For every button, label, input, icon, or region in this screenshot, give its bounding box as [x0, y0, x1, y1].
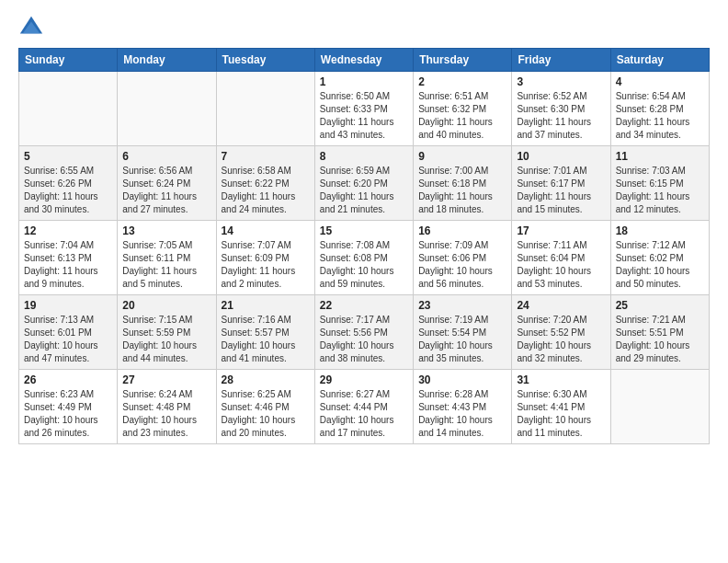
weekday-header-friday: Friday [512, 49, 610, 72]
day-number: 8 [320, 150, 408, 163]
calendar-day-26: 26Sunrise: 6:23 AM Sunset: 4:49 PM Dayli… [19, 370, 118, 444]
calendar-day-4: 4Sunrise: 6:54 AM Sunset: 6:28 PM Daylig… [610, 72, 709, 146]
calendar-day-25: 25Sunrise: 7:21 AM Sunset: 5:51 PM Dayli… [610, 295, 709, 370]
calendar-day-8: 8Sunrise: 6:59 AM Sunset: 6:20 PM Daylig… [314, 146, 413, 221]
day-number: 10 [517, 150, 605, 163]
calendar-day-29: 29Sunrise: 6:27 AM Sunset: 4:44 PM Dayli… [314, 370, 413, 444]
day-number: 30 [418, 373, 506, 386]
calendar-day-20: 20Sunrise: 7:15 AM Sunset: 5:59 PM Dayli… [118, 295, 216, 370]
day-number: 23 [418, 299, 506, 312]
day-number: 22 [320, 299, 408, 312]
calendar-day-31: 31Sunrise: 6:30 AM Sunset: 4:41 PM Dayli… [512, 370, 610, 444]
empty-cell [19, 72, 118, 146]
day-number: 18 [616, 224, 704, 237]
calendar-day-7: 7Sunrise: 6:58 AM Sunset: 6:22 PM Daylig… [216, 146, 314, 221]
day-number: 11 [616, 150, 704, 163]
day-number: 15 [320, 224, 408, 237]
day-info: Sunrise: 7:09 AM Sunset: 6:06 PM Dayligh… [418, 239, 506, 291]
day-info: Sunrise: 7:17 AM Sunset: 5:56 PM Dayligh… [320, 314, 408, 365]
day-number: 21 [222, 299, 310, 312]
day-number: 24 [517, 299, 605, 312]
day-info: Sunrise: 7:05 AM Sunset: 6:11 PM Dayligh… [122, 239, 210, 291]
calendar-day-16: 16Sunrise: 7:09 AM Sunset: 6:06 PM Dayli… [414, 221, 512, 295]
calendar-day-11: 11Sunrise: 7:03 AM Sunset: 6:15 PM Dayli… [610, 146, 709, 221]
calendar-day-14: 14Sunrise: 7:07 AM Sunset: 6:09 PM Dayli… [216, 221, 314, 295]
day-info: Sunrise: 7:15 AM Sunset: 5:59 PM Dayligh… [122, 314, 210, 365]
weekday-header-row: SundayMondayTuesdayWednesdayThursdayFrid… [19, 49, 710, 72]
day-number: 16 [418, 224, 506, 237]
page: SundayMondayTuesdayWednesdayThursdayFrid… [0, 0, 728, 459]
calendar-day-30: 30Sunrise: 6:28 AM Sunset: 4:43 PM Dayli… [414, 370, 512, 444]
calendar-week-row: 26Sunrise: 6:23 AM Sunset: 4:49 PM Dayli… [19, 370, 710, 444]
day-info: Sunrise: 6:51 AM Sunset: 6:32 PM Dayligh… [418, 90, 506, 142]
day-info: Sunrise: 6:54 AM Sunset: 6:28 PM Dayligh… [616, 90, 704, 142]
day-info: Sunrise: 7:01 AM Sunset: 6:17 PM Dayligh… [517, 165, 605, 216]
day-number: 5 [24, 150, 112, 163]
calendar-day-28: 28Sunrise: 6:25 AM Sunset: 4:46 PM Dayli… [216, 370, 314, 444]
calendar-day-24: 24Sunrise: 7:20 AM Sunset: 5:52 PM Dayli… [512, 295, 610, 370]
calendar-day-1: 1Sunrise: 6:50 AM Sunset: 6:33 PM Daylig… [314, 72, 413, 146]
day-number: 2 [418, 75, 506, 88]
calendar-day-3: 3Sunrise: 6:52 AM Sunset: 6:30 PM Daylig… [512, 72, 610, 146]
day-number: 27 [122, 373, 210, 386]
day-info: Sunrise: 7:11 AM Sunset: 6:04 PM Dayligh… [517, 239, 605, 291]
weekday-header-saturday: Saturday [610, 49, 709, 72]
day-number: 1 [320, 75, 408, 88]
day-info: Sunrise: 7:03 AM Sunset: 6:15 PM Dayligh… [616, 165, 704, 216]
logo [18, 15, 48, 40]
calendar-day-13: 13Sunrise: 7:05 AM Sunset: 6:11 PM Dayli… [118, 221, 216, 295]
day-info: Sunrise: 6:28 AM Sunset: 4:43 PM Dayligh… [418, 388, 506, 440]
weekday-header-sunday: Sunday [19, 49, 118, 72]
day-info: Sunrise: 6:58 AM Sunset: 6:22 PM Dayligh… [222, 165, 310, 216]
day-number: 9 [418, 150, 506, 163]
day-info: Sunrise: 7:21 AM Sunset: 5:51 PM Dayligh… [616, 314, 704, 365]
day-info: Sunrise: 6:59 AM Sunset: 6:20 PM Dayligh… [320, 165, 408, 216]
day-number: 31 [517, 373, 605, 386]
day-number: 17 [517, 224, 605, 237]
day-info: Sunrise: 6:52 AM Sunset: 6:30 PM Dayligh… [517, 90, 605, 142]
day-info: Sunrise: 6:50 AM Sunset: 6:33 PM Dayligh… [320, 90, 408, 142]
day-info: Sunrise: 7:07 AM Sunset: 6:09 PM Dayligh… [222, 239, 310, 291]
day-number: 3 [517, 75, 605, 88]
empty-cell [610, 370, 709, 444]
day-number: 6 [122, 150, 210, 163]
calendar-week-row: 19Sunrise: 7:13 AM Sunset: 6:01 PM Dayli… [19, 295, 710, 370]
weekday-header-wednesday: Wednesday [314, 49, 413, 72]
day-number: 20 [122, 299, 210, 312]
day-number: 26 [24, 373, 112, 386]
weekday-header-thursday: Thursday [414, 49, 512, 72]
calendar-day-5: 5Sunrise: 6:55 AM Sunset: 6:26 PM Daylig… [19, 146, 118, 221]
day-number: 12 [24, 224, 112, 237]
day-info: Sunrise: 7:13 AM Sunset: 6:01 PM Dayligh… [24, 314, 112, 365]
day-info: Sunrise: 6:25 AM Sunset: 4:46 PM Dayligh… [222, 388, 310, 440]
calendar-day-18: 18Sunrise: 7:12 AM Sunset: 6:02 PM Dayli… [610, 221, 709, 295]
calendar-day-22: 22Sunrise: 7:17 AM Sunset: 5:56 PM Dayli… [314, 295, 413, 370]
calendar-day-21: 21Sunrise: 7:16 AM Sunset: 5:57 PM Dayli… [216, 295, 314, 370]
day-info: Sunrise: 7:20 AM Sunset: 5:52 PM Dayligh… [517, 314, 605, 365]
weekday-header-monday: Monday [118, 49, 216, 72]
day-info: Sunrise: 7:19 AM Sunset: 5:54 PM Dayligh… [418, 314, 506, 365]
day-number: 28 [222, 373, 310, 386]
day-info: Sunrise: 7:00 AM Sunset: 6:18 PM Dayligh… [418, 165, 506, 216]
day-number: 29 [320, 373, 408, 386]
day-number: 4 [616, 75, 704, 88]
calendar-week-row: 5Sunrise: 6:55 AM Sunset: 6:26 PM Daylig… [19, 146, 710, 221]
calendar-day-19: 19Sunrise: 7:13 AM Sunset: 6:01 PM Dayli… [19, 295, 118, 370]
day-info: Sunrise: 7:16 AM Sunset: 5:57 PM Dayligh… [222, 314, 310, 365]
empty-cell [118, 72, 216, 146]
calendar-day-23: 23Sunrise: 7:19 AM Sunset: 5:54 PM Dayli… [414, 295, 512, 370]
day-info: Sunrise: 6:23 AM Sunset: 4:49 PM Dayligh… [24, 388, 112, 440]
day-info: Sunrise: 7:04 AM Sunset: 6:13 PM Dayligh… [24, 239, 112, 291]
calendar-day-27: 27Sunrise: 6:24 AM Sunset: 4:48 PM Dayli… [118, 370, 216, 444]
calendar-day-6: 6Sunrise: 6:56 AM Sunset: 6:24 PM Daylig… [118, 146, 216, 221]
day-number: 19 [24, 299, 112, 312]
calendar-week-row: 1Sunrise: 6:50 AM Sunset: 6:33 PM Daylig… [19, 72, 710, 146]
day-number: 13 [122, 224, 210, 237]
day-info: Sunrise: 7:08 AM Sunset: 6:08 PM Dayligh… [320, 239, 408, 291]
day-number: 25 [616, 299, 704, 312]
calendar-week-row: 12Sunrise: 7:04 AM Sunset: 6:13 PM Dayli… [19, 221, 710, 295]
calendar-day-15: 15Sunrise: 7:08 AM Sunset: 6:08 PM Dayli… [314, 221, 413, 295]
day-info: Sunrise: 6:56 AM Sunset: 6:24 PM Dayligh… [122, 165, 210, 216]
calendar-day-12: 12Sunrise: 7:04 AM Sunset: 6:13 PM Dayli… [19, 221, 118, 295]
day-info: Sunrise: 7:12 AM Sunset: 6:02 PM Dayligh… [616, 239, 704, 291]
